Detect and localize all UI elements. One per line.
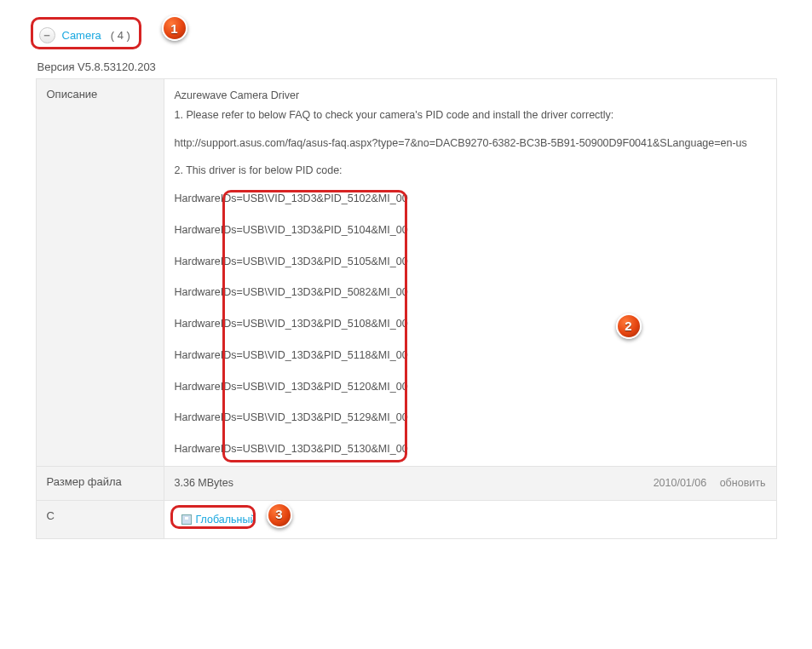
disk-icon (181, 514, 192, 525)
category-count: ( 4 ) (111, 29, 130, 42)
description-label: Описание (36, 79, 164, 467)
version-text: Версия V5.8.53120.203 (37, 60, 777, 73)
hardware-id: HardwareIDs=USB\VID_13D3&PID_5082&MI_00 (175, 284, 766, 301)
filesize-value: 3.36 MBytes (175, 477, 233, 489)
hardware-id: HardwareIDs=USB\VID_13D3&PID_5105&MI_00 (175, 254, 766, 270)
annotation-badge-3: 3 (267, 503, 292, 528)
hardware-id: HardwareIDs=USB\VID_13D3&PID_5108&MI_00 (175, 316, 766, 332)
category-header: − Camera ( 4 ) 1 (36, 19, 777, 52)
download-link-global[interactable]: Глобальный (175, 509, 263, 531)
filesize-content: 3.36 MBytes 2010/01/06 обновить (164, 466, 776, 500)
download-label: С (36, 500, 164, 539)
driver-title: Azurewave Camera Driver (175, 88, 766, 104)
driver-detail-table: Описание Azurewave Camera Driver 1. Plea… (36, 78, 777, 539)
hardware-id: HardwareIDs=USB\VID_13D3&PID_5129&MI_00 (175, 410, 766, 426)
collapse-button[interactable]: − (39, 27, 55, 43)
category-link[interactable]: Camera (62, 29, 101, 42)
download-link-text: Глобальный (196, 512, 256, 528)
hardware-id: HardwareIDs=USB\VID_13D3&PID_5130&MI_00 (175, 441, 766, 457)
download-content: Глобальный 3 (164, 500, 776, 539)
filesize-label: Размер файла (36, 466, 164, 500)
hardware-id: HardwareIDs=USB\VID_13D3&PID_5104&MI_00 (175, 222, 766, 238)
hardware-id: HardwareIDs=USB\VID_13D3&PID_5120&MI_00 (175, 379, 766, 395)
update-link[interactable]: обновить (720, 477, 766, 489)
annotation-badge-1: 1 (162, 15, 187, 41)
description-content: Azurewave Camera Driver 1. Please refer … (164, 79, 776, 467)
hardware-id: HardwareIDs=USB\VID_13D3&PID_5118&MI_00 (175, 347, 766, 364)
faq-instruction: 1. Please refer to below FAQ to check yo… (175, 107, 766, 123)
hardware-id: HardwareIDs=USB\VID_13D3&PID_5102&MI_00 (175, 191, 766, 207)
hardware-id-list: HardwareIDs=USB\VID_13D3&PID_5102&MI_00H… (175, 191, 766, 457)
faq-url: http://support.asus.com/faq/asus-faq.asp… (175, 135, 766, 152)
file-date: 2010/01/06 (654, 477, 707, 489)
pid-note: 2. This driver is for below PID code: (175, 163, 766, 179)
